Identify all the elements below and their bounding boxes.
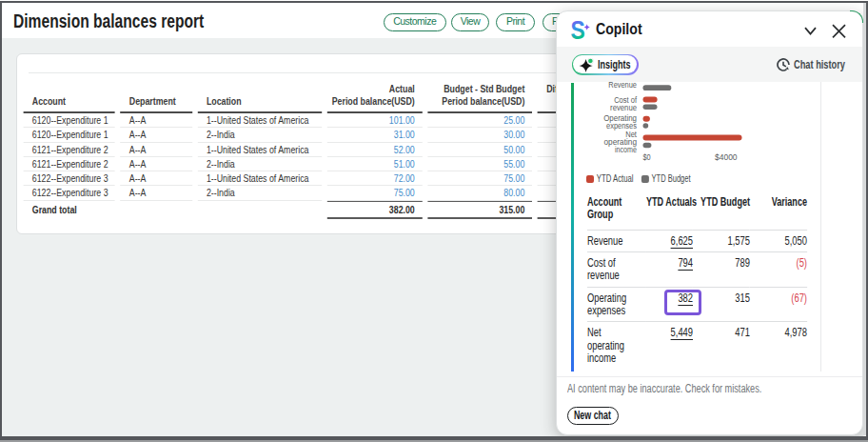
svg-text:$4000: $4000	[715, 152, 738, 162]
svg-text:$0: $0	[643, 152, 651, 162]
svg-text:expenses: expenses	[606, 121, 637, 131]
svg-text:YTD Actual: YTD Actual	[597, 173, 634, 184]
svg-text:YTD Budget: YTD Budget	[652, 173, 691, 184]
svg-text:S: S	[570, 16, 584, 43]
svg-text:revenue: revenue	[610, 103, 637, 112]
svg-text:income: income	[615, 145, 637, 154]
